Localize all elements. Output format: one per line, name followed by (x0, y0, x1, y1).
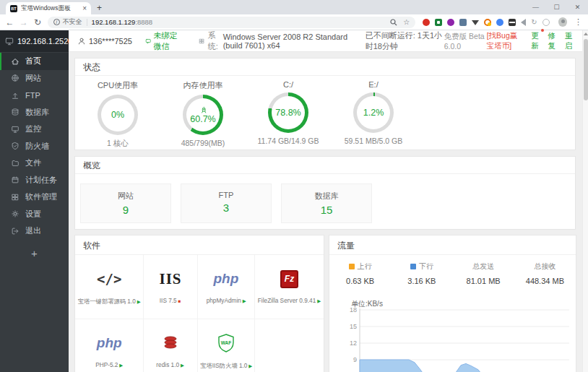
software-item-iis[interactable]: IIS IIS 7.5■ (144, 255, 197, 319)
bookmark-star-icon[interactable]: ☆ (403, 18, 410, 26)
sidebar-item-home[interactable]: 首页 (0, 53, 69, 70)
software-item-filezilla[interactable]: Fz FileZilla Server 0.9.41▶ (255, 255, 324, 319)
extension-icon-gray-reload[interactable]: ↻ (531, 19, 537, 26)
running-icon[interactable]: ▶ (317, 298, 321, 303)
repair-link[interactable]: 修复 (548, 31, 558, 51)
software-name: 宝塔一键部署源码 1.0 (78, 298, 136, 304)
stat-label: 总发送 (472, 261, 494, 272)
legend-swatch-down (410, 264, 416, 269)
page-scrollbar[interactable] (582, 30, 588, 372)
running-icon[interactable]: ▶ (248, 363, 252, 368)
window-maximize-button[interactable]: ☐ (546, 0, 567, 14)
legend-swatch-up (349, 264, 355, 269)
software-card-title: 软件 (75, 235, 324, 255)
extension-toolbar: ↻ (423, 19, 549, 26)
sidebar-item-database[interactable]: 数据库 (0, 104, 69, 121)
folder-icon (11, 159, 20, 168)
traffic-stat-total-sent: 总发送 81.01 MB (453, 261, 514, 285)
sidebar-item-label: 防火墙 (25, 141, 49, 152)
running-icon[interactable]: ▶ (242, 298, 246, 303)
gauge-label: CPU使用率 (75, 80, 160, 91)
browser-tab[interactable]: BT 宝塔Windows面板 × (6, 2, 91, 14)
extension-icon-gray-circle[interactable] (542, 19, 550, 26)
waf-shield-icon: WAF (217, 333, 235, 353)
window-close-button[interactable]: ✕ (567, 0, 588, 14)
traffic-stat-total-received: 总接收 448.34 MB (514, 261, 576, 285)
rocket-icon[interactable] (199, 106, 207, 114)
url-omnibox[interactable]: i 不安全 192.168.1.129 :8888 ☆ (48, 17, 416, 28)
profile-avatar[interactable] (558, 17, 567, 27)
extension-icon-blue[interactable] (496, 19, 503, 26)
sidebar-item-websites[interactable]: 网站 (0, 70, 69, 87)
software-item-php52[interactable]: php PHP-5.2▶ (75, 319, 144, 372)
sidebar-item-label: 文件 (25, 157, 41, 168)
sidebar-item-logout[interactable]: 退出 (0, 222, 69, 240)
extension-icon-gray-arrow[interactable] (521, 19, 526, 26)
zoom-icon[interactable] (390, 19, 397, 26)
software-name: FileZilla Server 0.9.41 (258, 297, 316, 303)
extension-icon-funnel[interactable] (472, 20, 479, 25)
grid-icon (11, 193, 20, 202)
sidebar-item-label: 首页 (25, 56, 41, 66)
database-icon (11, 108, 20, 116)
php-icon: php (97, 335, 122, 351)
extension-icon-dark[interactable] (509, 19, 516, 26)
tile-count: 3 (181, 202, 271, 214)
traffic-stat-down: 下行 3.16 KB (391, 261, 452, 285)
overview-tile-database[interactable]: 数据库 15 (281, 183, 372, 223)
software-card: 软件 </> 宝塔一键部署源码 1.0▶ IIS IIS 7.5■ php ph… (74, 235, 324, 372)
stopped-icon[interactable]: ■ (178, 298, 181, 303)
account-user[interactable]: 136****7525 (77, 37, 132, 46)
sidebar-item-label: 监控 (25, 124, 41, 134)
sidebar-item-cron[interactable]: 计划任务 (0, 172, 69, 189)
back-icon[interactable]: ← (3, 17, 17, 27)
new-tab-button[interactable]: + (97, 2, 102, 14)
tile-label: 数据库 (282, 191, 371, 202)
sidebar-item-label: 网站 (25, 73, 41, 84)
software-item-redis[interactable]: redis 1.0▶ (144, 319, 197, 372)
sidebar-item-firewall[interactable]: 防火墙 (0, 138, 69, 155)
wechat-bind-link[interactable]: 未绑定微信 (145, 30, 181, 52)
software-item-waf[interactable]: WAF 宝塔IIS防火墙 1.0▶ (198, 319, 255, 372)
stat-value: 448.34 MB (514, 277, 576, 285)
disk-c-gauge: C:/ 78.8% 11.74 GB/14.9 GB (246, 80, 331, 149)
sidebar-item-monitor[interactable]: 监控 (0, 121, 69, 138)
bug-bounty-link[interactable]: [找Bug赢宝塔币] (487, 31, 524, 51)
extension-icon-orange-badge[interactable] (484, 19, 491, 26)
site-info-icon[interactable]: i (53, 19, 60, 25)
gauge-label: 内存使用率 (160, 80, 246, 91)
scrollbar-thumb[interactable] (584, 39, 588, 100)
extension-icon-red[interactable] (423, 19, 430, 26)
wechat-bind-label: 未绑定微信 (153, 30, 181, 52)
memory-gauge: 内存使用率 60.7% 485/799(MB) (160, 80, 246, 149)
software-item-deploy[interactable]: </> 宝塔一键部署源码 1.0▶ (75, 255, 144, 319)
tab-close-icon[interactable]: × (82, 4, 87, 12)
server-ip: 192.168.1.252 (17, 37, 68, 46)
extension-icon-purple[interactable] (447, 19, 454, 26)
scrollbar-up-arrow-icon[interactable] (584, 33, 588, 35)
browser-menu-icon[interactable]: ⋮ (574, 17, 582, 27)
sidebar-item-settings[interactable]: 设置 (0, 206, 69, 223)
sidebar-item-files[interactable]: 文件 (0, 155, 69, 172)
restart-link[interactable]: 重启 (565, 31, 575, 51)
sidebar-item-software[interactable]: 软件管理 (0, 189, 69, 206)
extension-icon-slate[interactable] (459, 19, 467, 26)
update-link[interactable]: 更新 (531, 31, 541, 51)
reload-icon[interactable]: ↻ (30, 17, 44, 27)
running-icon[interactable]: ▶ (137, 299, 141, 303)
sidebar-item-ftp[interactable]: FTP (0, 87, 69, 104)
cpu-ring: 0% (98, 95, 138, 135)
running-icon[interactable]: ▶ (119, 363, 123, 367)
software-item-phpmyadmin[interactable]: php phpMyAdmin▶ (198, 255, 255, 319)
forward-icon[interactable]: → (17, 17, 30, 27)
window-minimize-button[interactable]: — (525, 0, 546, 14)
overview-tile-ftp[interactable]: FTP 3 (181, 183, 272, 223)
update-label: 更新 (531, 31, 539, 50)
overview-tile-websites[interactable]: 网站 9 (80, 183, 171, 223)
extension-icon-green[interactable] (435, 19, 442, 26)
running-icon[interactable]: ▶ (181, 363, 184, 367)
home-icon (11, 57, 20, 66)
disk-e-gauge: E:/ 1.2% 59.51 MB/5.0 GB (331, 80, 416, 149)
sidebar-add-button[interactable]: + (0, 240, 69, 259)
disk-c-ring: 78.8% (268, 92, 308, 133)
